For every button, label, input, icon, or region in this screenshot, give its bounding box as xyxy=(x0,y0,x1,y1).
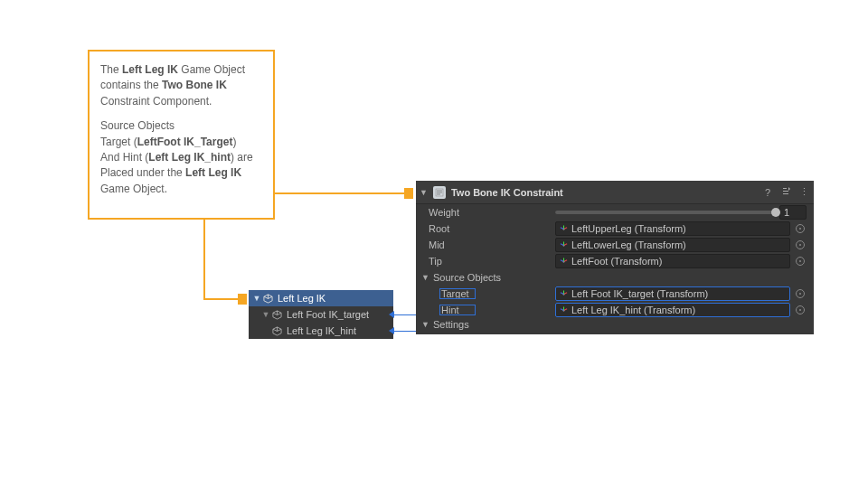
transform-icon xyxy=(560,290,568,298)
property-label: Hint xyxy=(439,305,476,315)
transform-icon xyxy=(560,306,568,314)
text-bold: Left Leg IK xyxy=(122,63,178,76)
section-label: Settings xyxy=(433,319,469,330)
object-picker-icon[interactable] xyxy=(794,255,807,267)
object-picker-icon[interactable] xyxy=(794,239,807,251)
transform-icon xyxy=(560,225,568,233)
text-bold: Left Leg IK xyxy=(185,166,241,179)
text: The xyxy=(100,63,122,76)
property-weight: Weight 1 xyxy=(416,204,814,221)
callout-paragraph-1: The Left Leg IK Game Object contains the… xyxy=(100,62,262,109)
annotation-arrowhead xyxy=(238,294,247,305)
object-name: LeftFoot (Transform) xyxy=(571,256,662,267)
gameobject-icon xyxy=(272,310,282,320)
weight-value-field[interactable]: 1 xyxy=(779,205,807,220)
property-label: Target xyxy=(439,288,476,299)
property-label: Tip xyxy=(429,256,555,267)
annotation-arrow xyxy=(203,220,205,300)
property-tip: Tip LeftFoot (Transform) xyxy=(416,253,814,269)
text-bold: Left Leg IK_hint xyxy=(148,151,231,164)
callout-paragraph-2: Source Objects Target (LeftFoot IK_Targe… xyxy=(100,118,262,197)
object-picker-icon[interactable] xyxy=(794,304,807,316)
text: ) xyxy=(232,136,236,148)
transform-icon xyxy=(560,241,568,249)
mid-object-field[interactable]: LeftLowerLeg (Transform) xyxy=(555,238,790,252)
text: Source Objects xyxy=(100,119,175,132)
text-bold: Two Bone IK xyxy=(162,79,227,91)
foldout-icon[interactable]: ▼ xyxy=(420,188,428,197)
annotation-arrow xyxy=(275,192,406,194)
preset-icon[interactable] xyxy=(779,186,792,199)
section-settings[interactable]: ▼ Settings xyxy=(416,318,814,334)
annotation-arrowhead xyxy=(404,188,413,199)
component-title: Two Bone IK Constraint xyxy=(451,187,756,198)
hierarchy-item-label: Left Foot IK_target xyxy=(287,309,393,320)
hierarchy-panel: ▼ Left Leg IK ▼ Left Foot IK_target Left… xyxy=(249,290,393,339)
hierarchy-item-label: Left Leg IK_hint xyxy=(287,325,393,336)
root-object-field[interactable]: LeftUpperLeg (Transform) xyxy=(555,221,790,236)
transform-icon xyxy=(560,258,568,266)
object-name: LeftLowerLeg (Transform) xyxy=(571,239,686,250)
tip-object-field[interactable]: LeftFoot (Transform) xyxy=(555,254,790,268)
text: Target ( xyxy=(100,136,137,148)
text-bold: LeftFoot IK_Target xyxy=(137,136,233,148)
inspector-panel: ▼ Two Bone IK Constraint ? ⋮ Weight 1 Ro… xyxy=(416,181,814,334)
text: Game Object. xyxy=(100,183,167,195)
property-target: Target Left Foot IK_target (Transform) xyxy=(416,286,814,302)
foldout-icon[interactable]: ▼ xyxy=(421,320,429,329)
gameobject-icon xyxy=(272,326,282,336)
object-name: Left Foot IK_target (Transform) xyxy=(571,288,708,299)
weight-slider[interactable] xyxy=(555,211,776,214)
target-object-field[interactable]: Left Foot IK_target (Transform) xyxy=(555,286,790,301)
text: And Hint ( xyxy=(100,151,148,164)
object-picker-icon[interactable] xyxy=(794,222,807,235)
component-header[interactable]: ▼ Two Bone IK Constraint ? ⋮ xyxy=(416,181,814,204)
hierarchy-item-left-foot-ik-target[interactable]: ▼ Left Foot IK_target xyxy=(249,306,393,323)
slider-thumb[interactable] xyxy=(771,208,780,217)
property-label: Weight xyxy=(429,207,555,218)
text: Constraint Component. xyxy=(100,95,212,108)
hierarchy-item-left-leg-ik[interactable]: ▼ Left Leg IK xyxy=(249,290,393,306)
property-label: Mid xyxy=(429,239,555,250)
section-label: Source Objects xyxy=(433,272,501,283)
gameobject-icon xyxy=(263,294,273,304)
property-hint: Hint Left Leg IK_hint (Transform) xyxy=(416,302,814,318)
help-icon[interactable]: ? xyxy=(761,187,774,198)
explanatory-callout: The Left Leg IK Game Object contains the… xyxy=(88,50,275,220)
hierarchy-item-left-leg-ik-hint[interactable]: Left Leg IK_hint xyxy=(249,323,393,339)
hierarchy-item-label: Left Leg IK xyxy=(278,293,393,304)
menu-icon[interactable]: ⋮ xyxy=(797,186,810,198)
foldout-icon[interactable]: ▼ xyxy=(421,273,429,282)
script-icon xyxy=(433,186,446,199)
property-label: Root xyxy=(429,223,555,234)
section-source-objects[interactable]: ▼ Source Objects xyxy=(416,269,814,286)
object-name: Left Leg IK_hint (Transform) xyxy=(571,305,695,315)
hint-object-field[interactable]: Left Leg IK_hint (Transform) xyxy=(555,303,790,317)
object-name: LeftUpperLeg (Transform) xyxy=(571,223,686,234)
property-mid: Mid LeftLowerLeg (Transform) xyxy=(416,237,814,253)
property-root: Root LeftUpperLeg (Transform) xyxy=(416,221,814,237)
foldout-icon[interactable]: ▼ xyxy=(261,310,270,319)
foldout-icon[interactable]: ▼ xyxy=(252,294,261,303)
object-picker-icon[interactable] xyxy=(794,287,807,300)
annotation-arrow xyxy=(203,298,240,300)
